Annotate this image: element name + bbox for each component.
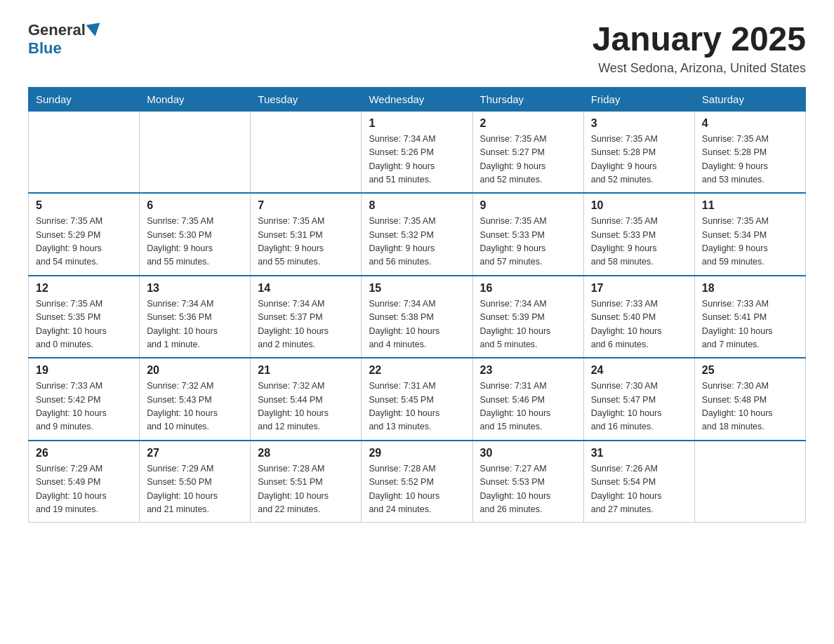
day-info: Sunrise: 7:35 AMSunset: 5:28 PMDaylight:… — [591, 133, 687, 187]
calendar-cell: 29Sunrise: 7:28 AMSunset: 5:52 PMDayligh… — [362, 441, 472, 523]
column-header-friday: Friday — [583, 87, 694, 111]
day-number: 28 — [258, 447, 354, 459]
logo-general-text: General — [28, 21, 86, 39]
day-info: Sunrise: 7:27 AMSunset: 5:53 PMDaylight:… — [480, 462, 576, 517]
calendar-cell: 16Sunrise: 7:34 AMSunset: 5:39 PMDayligh… — [472, 276, 583, 358]
day-info: Sunrise: 7:34 AMSunset: 5:36 PMDaylight:… — [147, 297, 243, 352]
day-number: 17 — [591, 282, 687, 295]
calendar-cell: 28Sunrise: 7:28 AMSunset: 5:51 PMDayligh… — [251, 441, 362, 523]
calendar-cell: 20Sunrise: 7:32 AMSunset: 5:43 PMDayligh… — [140, 358, 251, 441]
day-number: 10 — [591, 199, 687, 212]
day-info: Sunrise: 7:35 AMSunset: 5:33 PMDaylight:… — [480, 215, 576, 269]
day-info: Sunrise: 7:30 AMSunset: 5:47 PMDaylight:… — [591, 380, 687, 434]
calendar-cell — [140, 111, 251, 193]
day-info: Sunrise: 7:31 AMSunset: 5:46 PMDaylight:… — [480, 380, 576, 434]
calendar-cell: 5Sunrise: 7:35 AMSunset: 5:29 PMDaylight… — [29, 193, 140, 276]
day-info: Sunrise: 7:33 AMSunset: 5:41 PMDaylight:… — [702, 297, 798, 352]
logo-blue-text: Blue — [28, 39, 62, 58]
calendar-cell: 15Sunrise: 7:34 AMSunset: 5:38 PMDayligh… — [362, 276, 472, 358]
day-info: Sunrise: 7:28 AMSunset: 5:52 PMDaylight:… — [369, 462, 465, 517]
day-number: 30 — [480, 447, 576, 459]
day-info: Sunrise: 7:28 AMSunset: 5:51 PMDaylight:… — [258, 462, 354, 517]
calendar-cell: 24Sunrise: 7:30 AMSunset: 5:47 PMDayligh… — [583, 358, 694, 441]
calendar-cell: 30Sunrise: 7:27 AMSunset: 5:53 PMDayligh… — [472, 441, 583, 523]
calendar-week-2: 5Sunrise: 7:35 AMSunset: 5:29 PMDaylight… — [29, 193, 806, 276]
day-info: Sunrise: 7:35 AMSunset: 5:31 PMDaylight:… — [258, 215, 354, 269]
day-info: Sunrise: 7:33 AMSunset: 5:42 PMDaylight:… — [36, 380, 132, 434]
calendar-cell — [694, 441, 805, 523]
calendar-cell: 31Sunrise: 7:26 AMSunset: 5:54 PMDayligh… — [583, 441, 694, 523]
day-number: 5 — [36, 199, 132, 212]
calendar-cell: 25Sunrise: 7:30 AMSunset: 5:48 PMDayligh… — [694, 358, 805, 441]
day-number: 12 — [36, 282, 132, 295]
title-block: January 2025 West Sedona, Arizona, Unite… — [593, 21, 806, 76]
day-info: Sunrise: 7:34 AMSunset: 5:26 PMDaylight:… — [369, 133, 465, 187]
day-number: 7 — [258, 199, 354, 212]
calendar-cell: 17Sunrise: 7:33 AMSunset: 5:40 PMDayligh… — [583, 276, 694, 358]
day-info: Sunrise: 7:33 AMSunset: 5:40 PMDaylight:… — [591, 297, 687, 352]
page-header: General Blue January 2025 West Sedona, A… — [28, 21, 806, 76]
calendar-cell: 18Sunrise: 7:33 AMSunset: 5:41 PMDayligh… — [694, 276, 805, 358]
column-header-thursday: Thursday — [472, 87, 583, 111]
day-info: Sunrise: 7:34 AMSunset: 5:37 PMDaylight:… — [258, 297, 354, 352]
day-number: 29 — [369, 447, 465, 459]
calendar-cell: 19Sunrise: 7:33 AMSunset: 5:42 PMDayligh… — [29, 358, 140, 441]
day-info: Sunrise: 7:35 AMSunset: 5:33 PMDaylight:… — [591, 215, 687, 269]
day-number: 8 — [369, 199, 465, 212]
calendar-week-1: 1Sunrise: 7:34 AMSunset: 5:26 PMDaylight… — [29, 111, 806, 193]
calendar-week-4: 19Sunrise: 7:33 AMSunset: 5:42 PMDayligh… — [29, 358, 806, 441]
calendar-cell: 12Sunrise: 7:35 AMSunset: 5:35 PMDayligh… — [29, 276, 140, 358]
day-number: 20 — [147, 364, 243, 377]
day-info: Sunrise: 7:29 AMSunset: 5:50 PMDaylight:… — [147, 462, 243, 517]
column-header-saturday: Saturday — [694, 87, 805, 111]
calendar-cell: 7Sunrise: 7:35 AMSunset: 5:31 PMDaylight… — [251, 193, 362, 276]
day-info: Sunrise: 7:35 AMSunset: 5:32 PMDaylight:… — [369, 215, 465, 269]
calendar-cell: 26Sunrise: 7:29 AMSunset: 5:49 PMDayligh… — [29, 441, 140, 523]
day-info: Sunrise: 7:34 AMSunset: 5:38 PMDaylight:… — [369, 297, 465, 352]
day-info: Sunrise: 7:31 AMSunset: 5:45 PMDaylight:… — [369, 380, 465, 434]
day-number: 19 — [36, 364, 132, 377]
calendar-cell: 8Sunrise: 7:35 AMSunset: 5:32 PMDaylight… — [362, 193, 472, 276]
day-number: 24 — [591, 364, 687, 377]
calendar-cell: 4Sunrise: 7:35 AMSunset: 5:28 PMDaylight… — [694, 111, 805, 193]
calendar-week-3: 12Sunrise: 7:35 AMSunset: 5:35 PMDayligh… — [29, 276, 806, 358]
calendar-cell: 1Sunrise: 7:34 AMSunset: 5:26 PMDaylight… — [362, 111, 472, 193]
day-number: 16 — [480, 282, 576, 295]
logo-triangle-icon — [86, 22, 102, 37]
day-number: 3 — [591, 117, 687, 130]
day-number: 22 — [369, 364, 465, 377]
day-number: 11 — [702, 199, 798, 212]
calendar-cell — [251, 111, 362, 193]
day-info: Sunrise: 7:32 AMSunset: 5:43 PMDaylight:… — [147, 380, 243, 434]
calendar-cell: 2Sunrise: 7:35 AMSunset: 5:27 PMDaylight… — [472, 111, 583, 193]
calendar-cell: 11Sunrise: 7:35 AMSunset: 5:34 PMDayligh… — [694, 193, 805, 276]
calendar-cell: 6Sunrise: 7:35 AMSunset: 5:30 PMDaylight… — [140, 193, 251, 276]
day-number: 9 — [480, 199, 576, 212]
calendar-cell: 13Sunrise: 7:34 AMSunset: 5:36 PMDayligh… — [140, 276, 251, 358]
day-number: 6 — [147, 199, 243, 212]
day-info: Sunrise: 7:35 AMSunset: 5:29 PMDaylight:… — [36, 215, 132, 269]
day-number: 4 — [702, 117, 798, 130]
calendar-cell: 21Sunrise: 7:32 AMSunset: 5:44 PMDayligh… — [251, 358, 362, 441]
day-number: 21 — [258, 364, 354, 377]
day-number: 18 — [702, 282, 798, 295]
day-number: 25 — [702, 364, 798, 377]
calendar-cell: 14Sunrise: 7:34 AMSunset: 5:37 PMDayligh… — [251, 276, 362, 358]
calendar-cell — [29, 111, 140, 193]
day-info: Sunrise: 7:26 AMSunset: 5:54 PMDaylight:… — [591, 462, 687, 517]
day-number: 13 — [147, 282, 243, 295]
day-number: 2 — [480, 117, 576, 130]
day-info: Sunrise: 7:35 AMSunset: 5:27 PMDaylight:… — [480, 133, 576, 187]
day-info: Sunrise: 7:35 AMSunset: 5:34 PMDaylight:… — [702, 215, 798, 269]
day-info: Sunrise: 7:35 AMSunset: 5:30 PMDaylight:… — [147, 215, 243, 269]
day-number: 23 — [480, 364, 576, 377]
day-number: 1 — [369, 117, 465, 130]
column-header-tuesday: Tuesday — [251, 87, 362, 111]
column-header-sunday: Sunday — [29, 87, 140, 111]
day-info: Sunrise: 7:35 AMSunset: 5:35 PMDaylight:… — [36, 297, 132, 352]
day-number: 27 — [147, 447, 243, 459]
day-number: 31 — [591, 447, 687, 459]
calendar-week-5: 26Sunrise: 7:29 AMSunset: 5:49 PMDayligh… — [29, 441, 806, 523]
day-info: Sunrise: 7:29 AMSunset: 5:49 PMDaylight:… — [36, 462, 132, 517]
calendar-cell: 9Sunrise: 7:35 AMSunset: 5:33 PMDaylight… — [472, 193, 583, 276]
